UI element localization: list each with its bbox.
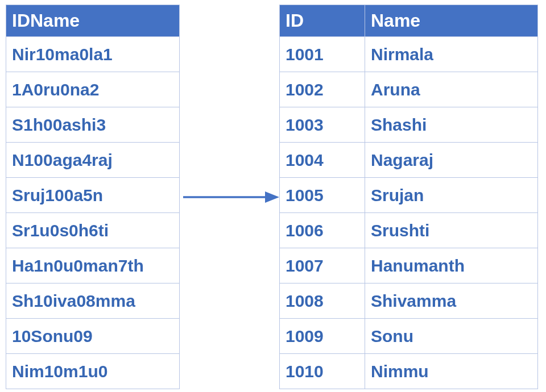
table-header-row: ID Name: [280, 5, 538, 37]
table-row: 1001 Nirmala: [280, 37, 538, 72]
id-cell: 1004: [280, 143, 365, 178]
name-cell: Srujan: [365, 178, 538, 213]
table-row: 1010 Nimmu: [280, 354, 538, 389]
id-cell: 1008: [280, 283, 365, 319]
table-row: Sh10iva08mma: [6, 283, 180, 319]
arrow-right-icon: [180, 186, 279, 208]
table-row: 1005 Srujan: [280, 178, 538, 213]
table-row: 1002 Aruna: [280, 72, 538, 107]
table-row: 1003 Shashi: [280, 107, 538, 143]
table-row: 1006 Srushti: [280, 213, 538, 248]
id-cell: 1002: [280, 72, 365, 107]
table-row: Ha1n0u0man7th: [6, 248, 180, 283]
idname-cell: S1h00ashi3: [6, 107, 180, 143]
svg-marker-1: [265, 191, 279, 203]
table-row: 1A0ru0na2: [6, 72, 180, 107]
name-cell: Sonu: [365, 319, 538, 354]
right-table-header-id: ID: [280, 5, 365, 37]
table-row: 1009 Sonu: [280, 319, 538, 354]
right-table-header-name: Name: [365, 5, 538, 37]
name-cell: Hanumanth: [365, 248, 538, 283]
id-cell: 1009: [280, 319, 365, 354]
arrow-wrap: [180, 186, 279, 208]
table-row: Nir10ma0la1: [6, 37, 180, 72]
id-cell: 1010: [280, 354, 365, 389]
id-cell: 1001: [280, 37, 365, 72]
id-cell: 1003: [280, 107, 365, 143]
idname-cell: N100aga4raj: [6, 143, 180, 178]
table-row: Sruj100a5n: [6, 178, 180, 213]
table-row: 1008 Shivamma: [280, 283, 538, 319]
name-cell: Shivamma: [365, 283, 538, 319]
name-cell: Aruna: [365, 72, 538, 107]
name-cell: Nagaraj: [365, 143, 538, 178]
right-table: ID Name 1001 Nirmala 1002 Aruna 1003 Sha…: [279, 5, 538, 389]
idname-cell: Nir10ma0la1: [6, 37, 180, 72]
name-cell: Nirmala: [365, 37, 538, 72]
idname-cell: Ha1n0u0man7th: [6, 248, 180, 283]
idname-cell: 1A0ru0na2: [6, 72, 180, 107]
table-row: N100aga4raj: [6, 143, 180, 178]
idname-cell: 10Sonu09: [6, 319, 180, 354]
table-header-row: IDName: [6, 5, 180, 37]
id-cell: 1006: [280, 213, 365, 248]
table-row: S1h00ashi3: [6, 107, 180, 143]
idname-cell: Sh10iva08mma: [6, 283, 180, 319]
diagram-container: IDName Nir10ma0la1 1A0ru0na2 S1h00ashi3 …: [0, 0, 546, 392]
idname-cell: Nim10m1u0: [6, 354, 180, 389]
name-cell: Shashi: [365, 107, 538, 143]
table-row: 1004 Nagaraj: [280, 143, 538, 178]
id-cell: 1007: [280, 248, 365, 283]
table-row: 10Sonu09: [6, 319, 180, 354]
table-row: Nim10m1u0: [6, 354, 180, 389]
name-cell: Nimmu: [365, 354, 538, 389]
table-row: Sr1u0s0h6ti: [6, 213, 180, 248]
name-cell: Srushti: [365, 213, 538, 248]
left-table-header: IDName: [6, 5, 180, 37]
idname-cell: Sruj100a5n: [6, 178, 180, 213]
left-table: IDName Nir10ma0la1 1A0ru0na2 S1h00ashi3 …: [6, 5, 180, 389]
id-cell: 1005: [280, 178, 365, 213]
idname-cell: Sr1u0s0h6ti: [6, 213, 180, 248]
table-row: 1007 Hanumanth: [280, 248, 538, 283]
